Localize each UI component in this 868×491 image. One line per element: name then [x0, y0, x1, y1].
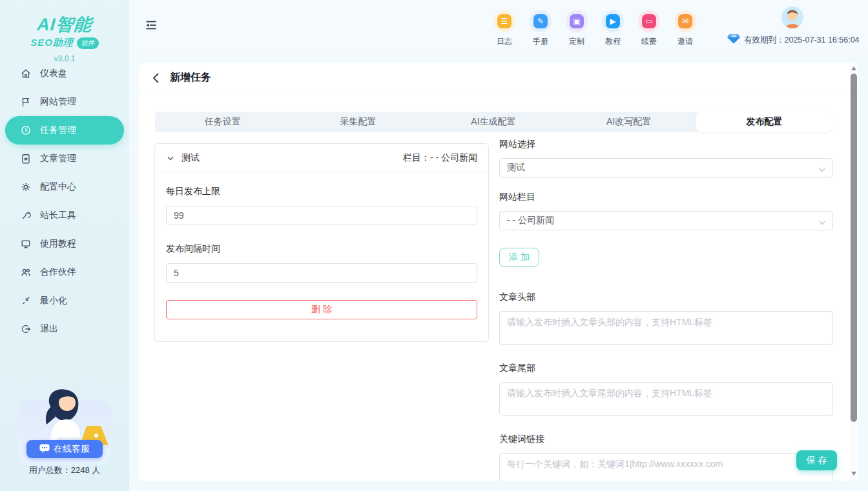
topbar-item-logs[interactable]: ☰ 日志: [493, 10, 515, 47]
topbar-item-label: 邀请: [674, 36, 696, 47]
topbar-item-custom[interactable]: ▣ 定制: [566, 10, 588, 47]
back-icon[interactable]: [150, 71, 162, 85]
tab-ai-generate-config[interactable]: AI生成配置: [426, 112, 561, 132]
sidebar-item-tasks[interactable]: 任务管理: [5, 116, 124, 145]
vip-icon: VIP: [727, 34, 740, 46]
customer-service-widget: 在线客服 用户总数：2248 人: [18, 386, 111, 476]
document-icon: [20, 153, 32, 165]
quick-icon-group: ☰ 日志 ✎ 手册 ▣ 定制 ▶ 教程 ▭ 续费 ✉ 邀请: [493, 10, 696, 47]
tutorial-icon: ▶: [606, 14, 620, 28]
logo-line1: AI智能: [0, 13, 130, 36]
logo-line2: SEO助理: [30, 37, 74, 49]
invite-icon: ✉: [678, 14, 692, 28]
topbar-item-label: 续费: [638, 36, 660, 47]
sidebar-item-articles[interactable]: 文章管理: [0, 145, 129, 173]
keyword-links-label: 关键词链接: [499, 434, 833, 445]
wrench-icon: [20, 210, 32, 221]
vip-expiry-text: 有效期到：2025-07-31 16:56:04: [744, 35, 860, 46]
daily-limit-label: 每日发布上限: [166, 186, 477, 197]
scroll-down-arrow[interactable]: [851, 472, 856, 476]
interval-input[interactable]: [166, 263, 477, 283]
article-footer-label: 文章尾部: [499, 363, 833, 374]
sidebar-item-webmaster-tools[interactable]: 站长工具: [0, 201, 129, 230]
online-service-button[interactable]: 在线客服: [26, 440, 103, 458]
clock-icon: [20, 125, 32, 136]
monitor-icon: [20, 238, 32, 250]
main-content: 新增任务 任务设置 采集配置 AI生成配置 AI改写配置 发布配置 测试 栏目：…: [140, 63, 858, 481]
sidebar-item-minimize[interactable]: 最小化: [0, 286, 129, 315]
sidebar-item-label: 退出: [40, 323, 58, 335]
sidebar-item-label: 任务管理: [40, 125, 76, 136]
task-name: 测试: [181, 152, 200, 164]
sidebar-item-label: 最小化: [40, 295, 67, 306]
svg-text:VIP: VIP: [731, 35, 736, 38]
delete-button[interactable]: 删 除: [166, 300, 477, 319]
sidebar-item-websites[interactable]: 网站管理: [0, 88, 129, 116]
sidebar-item-dashboard[interactable]: 仪表盘: [0, 59, 129, 88]
sidebar-item-label: 仪表盘: [40, 68, 67, 79]
logout-icon: [20, 323, 32, 335]
column-select-value: - - 公司新闻: [507, 215, 554, 226]
sidebar-item-label: 网站管理: [40, 96, 76, 108]
minimize-icon: [20, 295, 32, 306]
chat-icon: [39, 444, 50, 455]
tab-task-settings[interactable]: 任务设置: [155, 112, 291, 132]
app-logo: AI智能 SEO助理 软件 v3.0.1: [0, 0, 129, 63]
chevron-down-icon: [818, 217, 826, 225]
tab-ai-rewrite-config[interactable]: AI改写配置: [561, 112, 697, 132]
sidebar-item-partners[interactable]: 合作伙伴: [0, 258, 129, 286]
topbar-item-label: 教程: [602, 36, 624, 47]
article-header-textarea[interactable]: [499, 311, 833, 345]
column-select-label: 网站栏目: [499, 192, 833, 203]
topbar-item-invite[interactable]: ✉ 邀请: [674, 10, 696, 47]
sidebar-item-logout[interactable]: 退出: [0, 315, 129, 343]
scrollbar-thumb[interactable]: [851, 74, 857, 422]
scroll-up-arrow[interactable]: [851, 66, 856, 70]
flag-icon: [20, 96, 32, 108]
partners-icon: [20, 266, 32, 278]
site-select-label: 网站选择: [499, 139, 833, 150]
topbar: ☰ 日志 ✎ 手册 ▣ 定制 ▶ 教程 ▭ 续费 ✉ 邀请: [129, 0, 868, 55]
logo-badge: 软件: [77, 37, 99, 49]
daily-limit-input[interactable]: [166, 206, 477, 225]
user-avatar[interactable]: [781, 6, 803, 28]
add-button[interactable]: 添 加: [499, 248, 539, 267]
keyword-links-textarea[interactable]: [499, 453, 833, 481]
sidebar-item-label: 文章管理: [40, 153, 76, 165]
vip-status: VIP 有效期到：2025-07-31 16:56:04: [727, 34, 860, 46]
site-select[interactable]: 测试: [499, 158, 833, 177]
sidebar-item-label: 使用教程: [40, 238, 76, 250]
topbar-item-label: 日志: [493, 36, 515, 47]
task-card-header[interactable]: 测试 栏目：- - 公司新闻: [155, 144, 488, 172]
page-title: 新增任务: [170, 71, 211, 85]
sidebar: AI智能 SEO助理 软件 v3.0.1 仪表盘 网站管理 任务管理: [0, 0, 129, 491]
interval-label: 发布间隔时间: [166, 243, 477, 255]
topbar-item-tutorial[interactable]: ▶ 教程: [602, 10, 624, 47]
sidebar-item-config[interactable]: 配置中心: [0, 173, 129, 201]
page-header: 新增任务: [140, 63, 858, 94]
tab-collect-config[interactable]: 采集配置: [291, 112, 426, 132]
site-select-value: 测试: [507, 162, 525, 174]
topbar-item-manual[interactable]: ✎ 手册: [530, 10, 552, 47]
save-button[interactable]: 保 存: [796, 450, 837, 470]
topbar-item-label: 手册: [530, 36, 552, 47]
chevron-down-icon[interactable]: [166, 154, 175, 163]
sidebar-item-label: 配置中心: [40, 181, 76, 193]
custom-icon: ▣: [570, 14, 584, 28]
sidebar-item-tutorials[interactable]: 使用教程: [0, 230, 129, 258]
vertical-scrollbar[interactable]: [850, 63, 857, 481]
publish-task-card: 测试 栏目：- - 公司新闻 每日发布上限 发布间隔时间 删 除: [154, 143, 489, 342]
tab-bar: 任务设置 采集配置 AI生成配置 AI改写配置 发布配置: [155, 112, 832, 132]
user-total-text: 用户总数：2248 人: [18, 465, 111, 476]
online-service-label: 在线客服: [54, 443, 90, 455]
topbar-item-renew[interactable]: ▭ 续费: [638, 10, 660, 47]
menu-fold-icon[interactable]: [145, 19, 158, 32]
home-icon: [20, 68, 32, 79]
article-footer-textarea[interactable]: [499, 382, 833, 416]
task-column-info: 栏目：- - 公司新闻: [403, 152, 477, 164]
tab-publish-config[interactable]: 发布配置: [696, 112, 832, 132]
publish-form: 网站选择 测试 网站栏目 - - 公司新闻 添 加 文章头部 文章尾部 关键词链…: [499, 139, 833, 481]
column-select[interactable]: - - 公司新闻: [499, 211, 833, 230]
gear-icon: [20, 181, 32, 193]
chevron-down-icon: [818, 165, 826, 172]
